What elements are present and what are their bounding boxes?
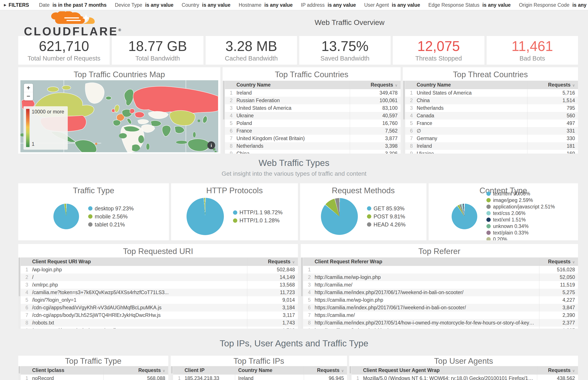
- table-cell: 181: [527, 142, 578, 150]
- table-cell: 1,895: [539, 327, 578, 329]
- map-legend-gradient: [26, 109, 30, 147]
- table-cell: Ireland: [235, 375, 304, 380]
- legend-swatch: [487, 198, 491, 202]
- map-legend: 10000 or more 1: [23, 106, 68, 150]
- vertical-scrollbar[interactable]: [403, 81, 405, 153]
- table-cell: /xmlrpc.php: [29, 281, 247, 289]
- filter-chip[interactable]: Origin Response Code is any value: [519, 2, 588, 8]
- column-header-requests[interactable]: Requests∨: [304, 366, 347, 375]
- content-type-legend: text/html 90.06%image/jpeg 2.59%applicat…: [487, 191, 555, 241]
- table-row: 7https://camilia.me/2,390: [301, 311, 578, 319]
- vertical-scrollbar[interactable]: [171, 366, 173, 380]
- legend-item: tablet 0.21%: [88, 221, 134, 228]
- map-zoom-in-button[interactable]: +: [24, 84, 33, 92]
- filter-chip[interactable]: Date is in the past 7 months: [39, 2, 107, 8]
- legend-label: desktop 97.23%: [95, 205, 134, 212]
- legend-swatch: [487, 205, 491, 209]
- filter-chip[interactable]: Country is any value: [182, 2, 230, 8]
- legend-item: text/xml 1.51%: [487, 217, 555, 223]
- column-header-requests[interactable]: Requests∨: [247, 257, 298, 266]
- table-cell: 14,149: [247, 273, 298, 281]
- column-header-requests[interactable]: Requests∨: [539, 257, 578, 266]
- filter-chip[interactable]: Hostname is any value: [239, 2, 293, 8]
- table-cell: United States of America: [414, 89, 527, 97]
- legend-item: 0.20%: [487, 236, 555, 241]
- table-cell: http://camilia.me/index.php/2017/06/17/w…: [312, 289, 539, 296]
- table-cell: Canada: [414, 112, 527, 119]
- table-row: 7/cdn-cgi/apps/body/3Lh52SjWTQ4HRlErJykH…: [18, 311, 298, 319]
- kpi-value: 18.77 GB: [128, 39, 187, 54]
- top-traffic-type-panel: Top Traffic Type Client IpclassRequests∨…: [18, 356, 168, 380]
- map-info-button[interactable]: i: [207, 141, 215, 149]
- table-row: 3http://camilia.me/11,519: [301, 281, 578, 289]
- table-cell: noRecord: [29, 375, 103, 380]
- legend-item: desktop 97.23%: [88, 205, 134, 212]
- data-table: Client Request URI WrapRequests∨1/wp-log…: [18, 257, 298, 329]
- table-row: 1516,028: [301, 266, 578, 273]
- table-cell: 3,184: [247, 304, 298, 311]
- kpi-card: 13.75%Saved Bandwidth: [299, 36, 391, 65]
- table-row: 6/cdn-cgi/apps/head/xVgyKhR-vV3dAUGhMqfB…: [18, 304, 298, 311]
- kpi-value: 621,710: [39, 39, 89, 54]
- table-row: 7Germany330: [403, 135, 578, 142]
- vertical-scrollbar[interactable]: [18, 257, 21, 329]
- kpi-card: 621,710Total Number of Requests: [18, 36, 110, 65]
- table-cell: [312, 266, 539, 273]
- top-traffic-countries-title: Top Traffic Countries: [223, 67, 401, 79]
- table-cell: United States of America: [233, 104, 350, 112]
- vertical-scrollbar[interactable]: [18, 366, 21, 380]
- content-type-pie-panel: Content Type text/html 90.06%image/jpeg …: [429, 183, 578, 240]
- cloudflare-logo: CLOUDFLARE®: [24, 11, 117, 37]
- world-map[interactable]: + − 10000 or more 1 i: [20, 80, 218, 152]
- bottom-section-heading: Top IPs, User Agents and Traffic Type: [0, 338, 588, 349]
- table-cell: /camilia.me?token=s3+7k6XQvKwzp5/4XSs4rh…: [29, 289, 247, 296]
- table-cell: /cdn-cgi/apps/head/xVgyKhR-vV3dAUGhMqfBc…: [29, 304, 247, 311]
- table-row: 4/camilia.me?token=s3+7k6XQvKwzp5/4XSs4r…: [18, 289, 298, 296]
- table-row: 4Ukraine40,597: [223, 112, 401, 119]
- filter-chip[interactable]: User Agent is any value: [364, 2, 420, 8]
- filter-chip[interactable]: Device Type is any value: [115, 2, 174, 8]
- table-row: 8Netherlands3,398: [223, 142, 401, 150]
- table-cell: 16,760: [350, 119, 401, 127]
- table-cell: 1,743: [247, 319, 298, 327]
- table-row: 8http://camilia.me/index.php/2017/05/14/…: [301, 319, 578, 327]
- sort-caret-icon: ∨: [292, 260, 295, 264]
- legend-item: POST 9.81%: [367, 213, 406, 220]
- filter-chip[interactable]: IP address is any value: [301, 2, 356, 8]
- vertical-scrollbar[interactable]: [349, 366, 352, 380]
- vertical-scrollbar[interactable]: [223, 81, 225, 153]
- column-header-requests[interactable]: Requests∨: [103, 366, 168, 375]
- legend-label: HEAD 4.26%: [373, 221, 406, 228]
- legend-item: GET 85.93%: [367, 205, 406, 212]
- sort-caret-icon: ∨: [341, 369, 344, 373]
- http-protocols-pie-chart: [186, 198, 224, 235]
- filter-bar: ▶ FILTERS Date is in the past 7 monthsDe…: [0, 0, 588, 10]
- map-zoom-out-button[interactable]: −: [24, 92, 33, 100]
- table-row: 1Ireland349,478: [223, 89, 401, 97]
- column-header-client-ip: Client IP: [182, 366, 235, 375]
- table-cell: 3,117: [247, 311, 298, 319]
- http-protocols-title: HTTP Protocols: [171, 183, 298, 195]
- table-row: 5https://camilia.me/wp-login.php4,227: [301, 296, 578, 304]
- legend-item: text/css 2.06%: [487, 210, 555, 216]
- table-cell: 349,478: [350, 89, 401, 97]
- filter-chip[interactable]: Edge Response Status is any value: [428, 2, 511, 8]
- filters-toggle[interactable]: ▶ FILTERS: [4, 2, 29, 8]
- column-header-client-ipclass: Client Ipclass: [29, 366, 103, 375]
- table-cell: 4,227: [539, 296, 578, 304]
- legend-label: 0.20%: [493, 236, 507, 241]
- top-user-agents-title: Top User Agents: [349, 356, 578, 365]
- legend-swatch: [88, 222, 93, 227]
- table-cell: Ukraine: [414, 150, 527, 153]
- table-cell: 3,306: [350, 150, 401, 153]
- column-header-requests[interactable]: Requests∨: [350, 81, 401, 89]
- vertical-scrollbar[interactable]: [301, 257, 303, 329]
- column-header-requests[interactable]: Requests∨: [537, 366, 578, 375]
- kpi-label: Total Bandwidth: [136, 55, 180, 62]
- table-cell: https://camilia.me/index.php/2017/06/17/…: [312, 304, 539, 311]
- table-cell: http://camilia.me/wp-login.php: [312, 273, 539, 281]
- kpi-value: 11,461: [512, 39, 553, 54]
- table-cell: http://camilia.me/index.php/2017/05/14/h…: [312, 319, 539, 327]
- table-cell: 3,877: [350, 135, 401, 142]
- column-header-requests[interactable]: Requests∨: [527, 81, 578, 89]
